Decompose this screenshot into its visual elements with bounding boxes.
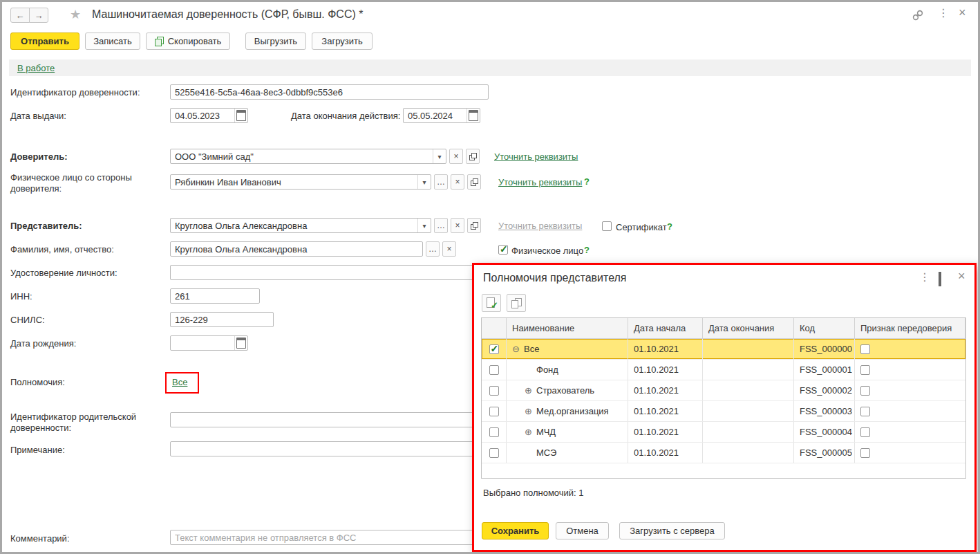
tree-expand-icon[interactable]: ⊕ (525, 427, 536, 437)
calendar-button[interactable] (467, 109, 480, 122)
col-date-start[interactable]: Дата начала (628, 318, 703, 338)
copy-flags-button[interactable] (507, 294, 526, 312)
tree-expand-icon[interactable]: ⊕ (525, 406, 536, 416)
cancel-button[interactable]: Отмена (556, 522, 609, 539)
row-redelegation-checkbox[interactable] (860, 365, 870, 375)
clarify-principal-link[interactable]: Уточнить реквизиты (494, 151, 578, 162)
more-menu-icon[interactable]: ⋮ (938, 8, 949, 19)
help-icon[interactable]: ? (584, 176, 590, 187)
save-button[interactable]: Сохранить (482, 522, 549, 539)
powers-link[interactable]: Все (172, 377, 187, 387)
note-field[interactable] (170, 441, 478, 456)
id-field[interactable] (170, 84, 489, 100)
snils-field[interactable] (170, 312, 274, 327)
snils-input[interactable] (171, 313, 273, 326)
row-checkbox[interactable] (489, 365, 499, 375)
row-redelegation-checkbox[interactable] (860, 407, 870, 416)
row-checkbox[interactable] (489, 427, 499, 437)
choose-button[interactable]: … (434, 218, 448, 233)
favorite-star-icon[interactable]: ★ (70, 7, 81, 22)
representative-field[interactable]: ▾ (170, 218, 431, 233)
clarify-person-link[interactable]: Уточнить реквизиты (498, 177, 582, 187)
set-all-flags-button[interactable] (482, 294, 501, 312)
tree-collapse-icon[interactable]: ⊖ (512, 344, 524, 354)
open-button[interactable] (467, 174, 481, 190)
identity-field[interactable] (170, 265, 478, 280)
dropdown-button[interactable]: ▾ (417, 219, 431, 232)
clear-button[interactable]: × (442, 241, 456, 257)
table-row[interactable]: ⊕МЧД 01.10.2021 FSS_000004 (482, 422, 965, 443)
open-button[interactable] (466, 149, 480, 164)
principal-input[interactable] (171, 149, 433, 163)
fullname-field[interactable] (170, 241, 423, 257)
note-input[interactable] (171, 442, 477, 456)
dialog-close-icon[interactable]: × (958, 270, 965, 282)
clear-button[interactable]: × (451, 174, 464, 190)
issue-date-input[interactable] (171, 109, 234, 122)
col-date-end[interactable]: Дата окончания (703, 318, 794, 338)
help-icon[interactable]: ? (667, 221, 672, 232)
dialog-maximize-icon[interactable] (939, 274, 941, 285)
row-redelegation-checkbox[interactable] (860, 448, 870, 458)
table-row[interactable]: ⊕Мед.организация 01.10.2021 FSS_000003 (482, 401, 965, 422)
row-checkbox[interactable] (489, 448, 499, 458)
comment-field[interactable] (170, 530, 478, 545)
export-button[interactable]: Выгрузить (245, 33, 306, 50)
individual-label[interactable]: Физическое лицо (511, 246, 583, 256)
import-button[interactable]: Загрузить (312, 33, 373, 50)
birthdate-field[interactable] (170, 335, 248, 351)
clear-button[interactable]: × (449, 149, 463, 164)
copy-button[interactable]: Скопировать (146, 33, 230, 50)
row-checkbox[interactable] (489, 407, 499, 416)
identity-input[interactable] (171, 266, 477, 279)
expiry-date-input[interactable] (404, 109, 467, 122)
copy-link-icon[interactable] (912, 9, 924, 24)
dialog-more-menu-icon[interactable]: ⋮ (919, 272, 930, 283)
row-redelegation-checkbox[interactable] (860, 386, 870, 396)
issue-date-field[interactable] (170, 108, 248, 123)
calendar-button[interactable] (234, 336, 247, 350)
col-code[interactable]: Код (794, 318, 855, 338)
representative-input[interactable] (171, 219, 417, 232)
window-close-icon[interactable]: × (959, 6, 966, 19)
fullname-input[interactable] (171, 242, 422, 256)
choose-button[interactable]: … (426, 241, 440, 257)
row-redelegation-checkbox[interactable] (860, 427, 870, 437)
open-button[interactable] (467, 218, 481, 233)
table-row[interactable]: ⊕Страхователь 01.10.2021 FSS_000002 (482, 380, 965, 401)
load-from-server-button[interactable]: Загрузить с сервера (619, 522, 725, 539)
parent-id-field[interactable] (170, 412, 478, 427)
dropdown-button[interactable]: ▾ (433, 149, 446, 163)
calendar-button[interactable] (234, 109, 247, 122)
person-field[interactable]: ▾ (170, 174, 431, 190)
individual-checkbox[interactable] (498, 245, 508, 255)
principal-field[interactable]: ▾ (170, 149, 446, 164)
person-input[interactable] (171, 175, 417, 189)
help-icon[interactable]: ? (584, 245, 590, 255)
birthdate-input[interactable] (171, 336, 234, 350)
parent-id-input[interactable] (171, 413, 477, 427)
nav-back-button[interactable]: ← (10, 8, 30, 23)
table-row[interactable]: Фонд 01.10.2021 FSS_000001 (482, 360, 965, 380)
table-row[interactable]: МСЭ 01.10.2021 FSS_000005 (482, 443, 965, 463)
certificate-checkbox[interactable] (602, 221, 612, 231)
col-name[interactable]: Наименование (507, 318, 628, 338)
nav-forward-button[interactable]: → (29, 8, 48, 23)
dropdown-button[interactable]: ▾ (417, 175, 431, 189)
row-checkbox[interactable] (489, 386, 499, 396)
id-input[interactable] (171, 85, 488, 99)
inn-field[interactable] (170, 288, 260, 304)
col-redelegation[interactable]: Признак передоверия (855, 318, 965, 338)
write-button[interactable]: Записать (85, 33, 140, 50)
certificate-label[interactable]: Сертификат (616, 222, 667, 232)
status-link[interactable]: В работе (17, 63, 55, 73)
row-redelegation-checkbox[interactable] (860, 344, 870, 354)
comment-input[interactable] (171, 530, 477, 544)
choose-button[interactable]: … (434, 174, 448, 190)
clear-button[interactable]: × (451, 218, 464, 233)
tree-expand-icon[interactable]: ⊕ (525, 385, 536, 396)
row-checkbox[interactable] (489, 344, 499, 354)
inn-input[interactable] (171, 289, 259, 303)
send-button[interactable]: Отправить (10, 33, 79, 50)
table-row[interactable]: ⊖Все 01.10.2021 FSS_000000 (482, 339, 965, 360)
